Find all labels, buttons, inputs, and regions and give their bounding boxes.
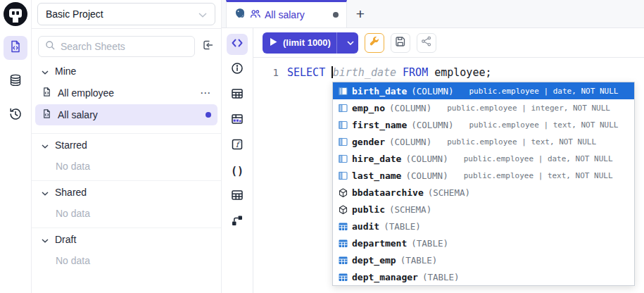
item-kind: (TABLE) — [422, 272, 460, 282]
search-box[interactable] — [38, 36, 195, 57]
outerbase-logo-icon — [3, 1, 28, 30]
tab-all-salary[interactable]: All salary — [226, 0, 347, 27]
column-icon — [339, 171, 348, 180]
autocomplete-item-last-name[interactable]: last_name (COLUMN) public.employee | tex… — [333, 167, 634, 184]
section-header-draft[interactable]: Draft — [32, 228, 221, 250]
run-label: (limit 1000) — [283, 37, 331, 48]
section-label: Shared — [55, 187, 87, 198]
schema-cube-icon — [339, 188, 348, 197]
nav-database-button[interactable] — [4, 70, 27, 94]
wrench-icon — [368, 35, 380, 50]
collapse-sidebar-button[interactable] — [200, 37, 215, 56]
empty-state: No data — [32, 203, 221, 220]
section-label: Draft — [55, 234, 76, 245]
column-icon — [339, 87, 348, 96]
unsaved-indicator-dot — [333, 12, 339, 18]
autocomplete-item-bbdataarchive[interactable]: bbdataarchive (SCHEMA) — [333, 184, 634, 201]
project-selector-value: Basic Project — [46, 8, 103, 20]
workspace: f () — [222, 28, 644, 293]
share-button[interactable] — [417, 33, 436, 53]
item-detail: public.employee | text, NOT NULL — [464, 171, 613, 180]
nav-sheets-button[interactable] — [4, 36, 27, 60]
tab-label: All salary — [265, 9, 305, 20]
database-icon — [8, 73, 23, 90]
autocomplete-item-dept-manager[interactable]: dept_manager (TABLE) — [333, 268, 634, 285]
autocomplete-item-gender[interactable]: gender (COLUMN) public.employee | text, … — [333, 133, 634, 150]
code-editor[interactable]: 1 SELECT birth_date FROM employee; birth… — [253, 58, 644, 293]
item-name: department — [352, 238, 407, 249]
autocomplete-item-hire-date[interactable]: hire_date (COLUMN) public.employee | dat… — [333, 150, 634, 167]
postgres-icon — [234, 8, 246, 22]
add-tab-button[interactable]: + — [347, 0, 374, 27]
app-window: Basic Project — [0, 0, 644, 293]
autocomplete-item-audit[interactable]: audit (TABLE) — [333, 218, 634, 235]
section-header-mine[interactable]: Mine — [32, 60, 221, 82]
code-space — [396, 66, 403, 79]
item-name: dept_manager — [352, 272, 418, 282]
tool-table2-button[interactable] — [227, 186, 248, 207]
chevron-down-icon — [42, 234, 49, 245]
tab-bar: All salary + — [222, 0, 644, 28]
chevron-down-icon — [42, 187, 49, 198]
item-name: birth_date — [352, 86, 407, 96]
item-kind: (COLUMN) — [389, 137, 431, 147]
nav-rail — [0, 0, 32, 293]
sheet-doc-icon — [42, 87, 52, 99]
autocomplete-item-birth-date[interactable]: birth_date (COLUMN) public.employee | da… — [333, 82, 634, 99]
search-icon — [45, 40, 56, 54]
item-kind: (COLUMN) — [411, 120, 453, 130]
line-number: 1 — [253, 67, 287, 78]
more-options-icon[interactable]: ⋯ — [200, 87, 211, 99]
run-options-caret[interactable] — [343, 32, 358, 54]
section-header-shared[interactable]: Shared — [32, 181, 221, 203]
table-icon — [230, 188, 244, 205]
play-icon — [270, 37, 277, 48]
share-icon — [420, 35, 432, 50]
table-icon — [230, 87, 244, 104]
sheet-item-all-salary[interactable]: All salary — [35, 104, 217, 125]
sql-keyword: SELECT — [287, 66, 332, 79]
autocomplete-item-dept-emp[interactable]: dept_emp (TABLE) — [333, 251, 634, 268]
tool-info-button[interactable] — [227, 59, 248, 80]
tool-ai-table-button[interactable] — [227, 110, 248, 131]
section-header-starred[interactable]: Starred — [32, 134, 221, 156]
sheets-panel: Basic Project — [32, 0, 222, 293]
chevron-down-icon — [42, 139, 49, 151]
main-area: All salary + — [222, 0, 644, 293]
section-mine: Mine All employee ⋯ — [32, 60, 221, 133]
app-logo[interactable] — [0, 0, 32, 31]
autocomplete-item-first-name[interactable]: first_name (COLUMN) public.employee | te… — [333, 116, 634, 133]
run-query-button[interactable]: (limit 1000) — [263, 32, 358, 54]
tool-query-button[interactable] — [227, 34, 248, 55]
nav-history-button[interactable] — [4, 104, 27, 127]
save-button[interactable] — [391, 33, 410, 53]
editor-pane: (limit 1000) — [253, 28, 644, 293]
tool-table-button[interactable] — [227, 85, 248, 106]
history-icon — [8, 107, 23, 124]
table-blue-icon — [339, 256, 348, 265]
sheet-item-label: All employee — [58, 87, 114, 99]
item-detail: public.employee | date, NOT NULL — [469, 87, 619, 96]
search-input[interactable] — [61, 41, 188, 52]
autocomplete-item-public[interactable]: public (SCHEMA) — [333, 201, 634, 218]
item-name: emp_no — [352, 103, 385, 113]
empty-state: No data — [32, 156, 221, 173]
tool-flow-button[interactable] — [227, 211, 248, 232]
chevron-down-icon — [42, 66, 49, 77]
item-kind: (COLUMN) — [389, 103, 431, 113]
item-name: gender — [352, 137, 385, 147]
code-file-icon — [8, 39, 23, 56]
autocomplete-item-department[interactable]: department (TABLE) — [333, 235, 634, 251]
tool-function-button[interactable]: f — [227, 135, 248, 156]
svg-text:f: f — [236, 140, 241, 149]
autocomplete-item-emp-no[interactable]: emp_no (COLUMN) public.employee | intege… — [333, 99, 634, 116]
project-selector[interactable]: Basic Project — [37, 3, 215, 25]
column-icon — [339, 154, 348, 163]
query-tools-button[interactable] — [365, 33, 384, 53]
sheet-item-all-employee[interactable]: All employee ⋯ — [35, 82, 217, 104]
tool-parentheses-button[interactable]: () — [227, 161, 248, 182]
table-blue-icon — [339, 273, 348, 282]
column-icon — [339, 137, 348, 146]
divider — [336, 32, 337, 54]
shared-users-icon — [250, 8, 260, 22]
